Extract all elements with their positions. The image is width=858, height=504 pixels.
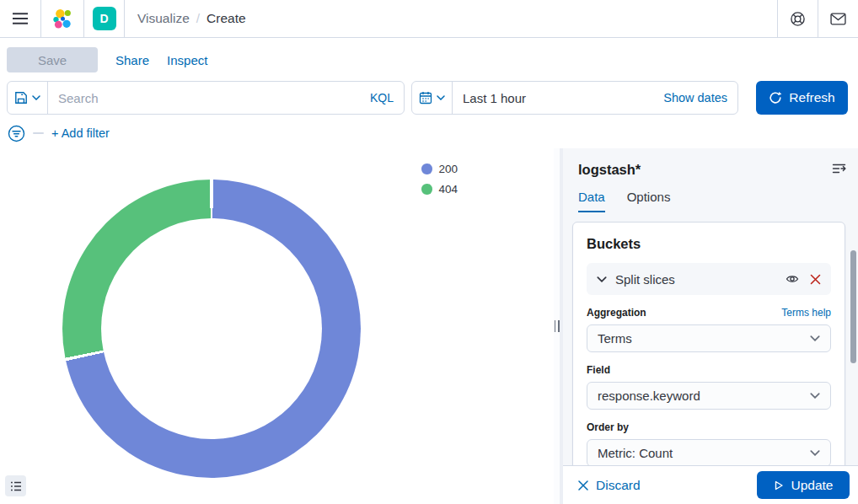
breadcrumb-visualize[interactable]: Visualize bbox=[137, 11, 190, 26]
sidebar-footer: Discard Update bbox=[563, 465, 858, 504]
split-slices-accordion[interactable]: Split slices bbox=[587, 263, 831, 295]
aggregation-value: Terms bbox=[598, 331, 632, 346]
date-picker: Last 1 hour Show dates bbox=[411, 81, 738, 115]
time-range-value[interactable]: Last 1 hour bbox=[453, 91, 526, 105]
field-value: response.keyword bbox=[598, 389, 700, 403]
chevron-down-icon bbox=[437, 95, 445, 100]
legend-label: 200 bbox=[439, 163, 458, 175]
show-dates-button[interactable]: Show dates bbox=[663, 91, 737, 105]
search-box: KQL bbox=[7, 81, 405, 115]
update-label: Update bbox=[791, 478, 834, 493]
close-icon bbox=[578, 480, 588, 491]
legend-item[interactable]: 200 bbox=[421, 163, 458, 175]
bucket-type-label: Split slices bbox=[615, 272, 675, 287]
save-query-icon bbox=[14, 91, 28, 105]
close-icon bbox=[810, 274, 821, 285]
toggle-visibility-button[interactable] bbox=[786, 272, 799, 286]
sidebar-tabs: Data Options bbox=[578, 190, 858, 212]
help-button[interactable] bbox=[777, 0, 818, 37]
order-by-select[interactable]: Metric: Count bbox=[587, 439, 831, 467]
discard-button[interactable]: Discard bbox=[578, 478, 641, 493]
order-by-label: Order by bbox=[587, 421, 629, 433]
space-selector[interactable]: D bbox=[84, 0, 125, 37]
help-icon bbox=[790, 11, 806, 27]
resize-grip-icon bbox=[555, 320, 560, 332]
inspect-button[interactable]: Inspect bbox=[167, 53, 207, 67]
order-by-label-row: Order by bbox=[587, 421, 831, 433]
chevron-down-icon bbox=[32, 95, 40, 100]
filter-divider bbox=[33, 132, 44, 134]
chevron-down-icon bbox=[597, 276, 607, 282]
scrollbar-thumb[interactable] bbox=[850, 250, 856, 363]
save-button[interactable]: Save bbox=[7, 47, 98, 72]
discard-label: Discard bbox=[596, 478, 641, 493]
buckets-card: Buckets Split slices bbox=[572, 222, 845, 475]
eye-icon bbox=[786, 272, 799, 286]
sidebar-header: logstash* bbox=[563, 148, 858, 178]
terms-help-link[interactable]: Terms help bbox=[781, 307, 831, 319]
legend-label: 404 bbox=[439, 183, 458, 196]
field-label: Field bbox=[587, 364, 610, 376]
legend-swatch bbox=[421, 164, 432, 174]
breadcrumb: Visualize / Create bbox=[125, 0, 777, 37]
field-label-row: Field bbox=[587, 364, 831, 376]
aggregation-select[interactable]: Terms bbox=[587, 324, 831, 352]
tab-data[interactable]: Data bbox=[578, 190, 605, 212]
chevron-down-icon bbox=[810, 393, 820, 399]
donut-chart[interactable] bbox=[62, 180, 361, 478]
query-bar: KQL Last 1 hour Show dates Refresh bbox=[0, 81, 858, 115]
hamburger-icon bbox=[13, 13, 28, 24]
saved-query-menu-button[interactable] bbox=[8, 82, 48, 114]
elastic-logo[interactable] bbox=[41, 0, 84, 37]
breadcrumb-separator: / bbox=[196, 11, 200, 26]
field-select[interactable]: response.keyword bbox=[587, 382, 831, 410]
list-icon bbox=[10, 480, 22, 492]
buckets-heading: Buckets bbox=[587, 236, 831, 252]
top-nav-menu: Save Share Inspect bbox=[0, 39, 858, 81]
aggregation-label-row: Aggregation Terms help bbox=[587, 307, 831, 319]
visualization-area: 200404 bbox=[0, 148, 554, 504]
space-badge[interactable]: D bbox=[93, 7, 116, 30]
refresh-icon bbox=[769, 91, 782, 105]
donut-hole bbox=[101, 218, 322, 439]
order-by-value: Metric: Count bbox=[598, 446, 673, 460]
collapse-sidebar-button[interactable] bbox=[829, 162, 850, 178]
legend-swatch bbox=[421, 184, 432, 195]
chevron-down-icon bbox=[810, 335, 820, 341]
elastic-logo-icon bbox=[52, 8, 73, 29]
play-icon bbox=[774, 480, 784, 491]
menu-right-icon bbox=[832, 162, 846, 175]
index-pattern-title: logstash* bbox=[578, 162, 641, 178]
app-header: D Visualize / Create bbox=[0, 0, 858, 38]
filter-bar: + Add filter bbox=[0, 119, 858, 147]
calendar-icon bbox=[419, 91, 432, 105]
menu-button[interactable] bbox=[0, 0, 41, 37]
refresh-label: Refresh bbox=[789, 90, 834, 105]
aggregation-label: Aggregation bbox=[587, 307, 646, 319]
query-language-button[interactable]: KQL bbox=[360, 91, 404, 105]
legend-item[interactable]: 404 bbox=[421, 183, 458, 196]
chart-legend: 200404 bbox=[421, 163, 458, 196]
tab-options[interactable]: Options bbox=[627, 190, 671, 212]
breadcrumb-create: Create bbox=[206, 11, 246, 26]
share-button[interactable]: Share bbox=[115, 53, 149, 67]
filter-icon[interactable] bbox=[8, 125, 25, 142]
mail-icon bbox=[830, 13, 846, 25]
main-content: 200404 logstash* Data Options Buckets bbox=[0, 148, 858, 504]
vis-editor-sidebar: logstash* Data Options Buckets Split sli… bbox=[563, 148, 858, 504]
search-input[interactable] bbox=[48, 91, 360, 105]
chevron-down-icon bbox=[810, 450, 820, 456]
newsfeed-button[interactable] bbox=[818, 0, 858, 37]
quick-select-menu-button[interactable] bbox=[412, 82, 453, 114]
add-filter-button[interactable]: + Add filter bbox=[51, 126, 110, 140]
remove-bucket-button[interactable] bbox=[810, 274, 821, 285]
refresh-button[interactable]: Refresh bbox=[756, 81, 848, 115]
panel-resize-handle[interactable] bbox=[554, 148, 563, 504]
legend-toggle-button[interactable] bbox=[5, 475, 26, 496]
update-button[interactable]: Update bbox=[757, 471, 850, 499]
